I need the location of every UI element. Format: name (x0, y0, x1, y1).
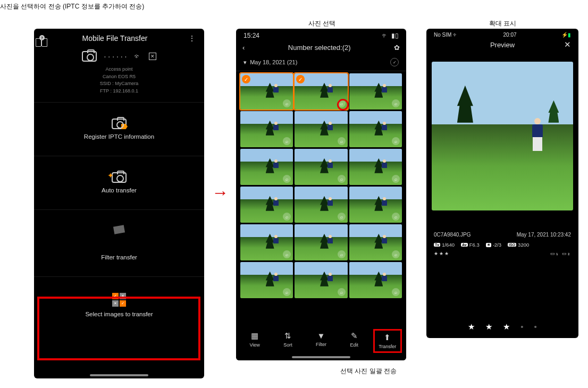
home-indicator (292, 356, 350, 358)
thumbnail[interactable]: ⌕ (240, 224, 293, 260)
screen-preview: No SIM ᯤ 20:07 ⚡▮ Preview ✕ ✓ 0C7A9840.J… (426, 29, 578, 338)
close-icon[interactable]: ✕ (564, 40, 571, 49)
tile-filter-transfer[interactable]: Filter transfer (34, 209, 204, 276)
carrier-label: No SIM (434, 32, 451, 38)
caption-p2: 사진 선택 (308, 19, 335, 28)
caption-main: 사진을 선택하여 전송 (IPTC 정보를 추가하여 전송) (0, 2, 144, 11)
bottom-toolbar: ▦View ⇅Sort ▼Filter ✎Edit ⬆Transfer (236, 325, 406, 360)
thumbnail[interactable]: ⌕ (349, 262, 402, 298)
caption-p2-bottom: 선택 사진 일괄 전송 (340, 367, 397, 376)
filter-funnel-icon (114, 226, 124, 250)
iso-value: 3200 (518, 242, 529, 248)
thumbnail[interactable]: ⌕ (349, 73, 402, 109)
view-button[interactable]: ▦View (240, 329, 269, 353)
highlight-box-select-images (37, 297, 200, 360)
chevron-down-icon[interactable]: ▾ (243, 59, 247, 65)
camera-tag-icon (112, 119, 127, 129)
camera-burst-icon: ✦ (112, 172, 127, 183)
status-time: 20:07 (503, 32, 517, 38)
card-icons: ▭₁ ▭₂ (550, 251, 571, 256)
star-empty-icon[interactable]: • (534, 322, 537, 332)
filename: 0C7A9840.JPG (434, 232, 471, 238)
rating-bar[interactable]: ★ ★ ★ • • (426, 322, 578, 332)
wifi-icon: ᯤ (453, 32, 458, 38)
edit-button[interactable]: ✎Edit (340, 329, 368, 353)
home-indicator (90, 374, 148, 376)
tile-iptc-label: Register IPTC information (34, 133, 204, 140)
sort-icon: ⇅ (284, 331, 291, 341)
edit-icon: ✎ (351, 331, 358, 341)
thumbnail[interactable]: ⌕ (295, 111, 347, 147)
battery-charging-icon: ⚡▮ (561, 32, 571, 38)
ftp-value: FTP : 192.168.0.1 (34, 88, 204, 95)
ssid-value: SSID : MyCamera (34, 80, 204, 88)
funnel-icon: ▼ (317, 331, 325, 340)
settings-icon[interactable]: ✿ (394, 44, 400, 52)
menu-icon[interactable]: ⋮ (188, 34, 197, 43)
thumbnail[interactable]: ✓⌕ (295, 73, 347, 109)
ev-value: -2/3 (493, 242, 501, 248)
date-group-label: May 18, 2021 (21) (250, 59, 297, 65)
thumbnail[interactable]: ⌕ (295, 262, 347, 298)
star-icon[interactable]: ★ (485, 322, 492, 332)
rating-stars-small: ★★★ (434, 251, 450, 256)
thumbnail[interactable]: ⌕ (349, 224, 402, 260)
arrow-icon: → (212, 183, 229, 203)
preview-title: Preview (490, 41, 515, 49)
caption-p3: 확대 표시 (489, 19, 516, 28)
thumbnail[interactable]: ⌕ (240, 149, 293, 185)
thumbnail[interactable]: ⌕ (349, 149, 402, 185)
thumbnail[interactable]: ⌕ (240, 111, 293, 147)
tile-auto-label: Auto transfer (34, 187, 204, 193)
wifi-icon: ᯤ (382, 32, 388, 39)
check-icon: ✓ (242, 75, 250, 83)
star-icon[interactable]: ★ (503, 322, 510, 332)
thumbnail[interactable]: ⌕ (240, 262, 293, 298)
connection-dots: · · · · · · (104, 52, 127, 61)
select-all-icon[interactable]: ✓ (390, 58, 399, 66)
camera-icon (82, 51, 97, 62)
thumbnail[interactable]: ⌕ (240, 187, 293, 223)
tile-register-iptc[interactable]: Register IPTC information (34, 102, 204, 156)
close-square-icon[interactable]: ✕ (149, 53, 156, 60)
battery-icon: ▮▯ (391, 32, 399, 39)
access-point-label: Access point (34, 66, 204, 73)
thumbnail[interactable]: ⌕ (349, 111, 402, 147)
highlight-circle-magnify (337, 99, 349, 111)
star-empty-icon[interactable]: • (520, 322, 523, 332)
back-icon[interactable]: ‹ (242, 44, 245, 52)
capture-datetime: May 17, 2021 10:23:42 (517, 232, 571, 238)
status-time: 15:24 (243, 32, 259, 39)
thumbnail[interactable]: ⌕ (295, 224, 347, 260)
transfer-button[interactable]: ⬆Transfer (373, 329, 402, 353)
magnify-icon[interactable]: ⌕ (392, 99, 400, 107)
screen-grid: 15:24 ᯤ▮▯ ‹ Number selected:(2) ✿ ▾ May … (236, 29, 406, 360)
tile-auto-transfer[interactable]: ✦ Auto transfer (34, 156, 204, 209)
upload-icon: ⬆ (384, 333, 391, 342)
sort-button[interactable]: ⇅Sort (274, 329, 303, 353)
thumbnail-grid: ✓⌕ ✓⌕ ⌕ ⌕ ⌕ ⌕ ⌕ ⌕ ⌕ ⌕ ⌕ ⌕ ⌕ ⌕ ⌕ ⌕ ⌕ ⌕ (236, 71, 406, 300)
selected-count: Number selected:(2) (288, 44, 351, 52)
star-icon[interactable]: ★ (468, 322, 475, 332)
tv-value: 1/640 (442, 242, 455, 248)
thumbnail[interactable]: ⌕ (295, 149, 347, 185)
magnify-icon[interactable]: ⌕ (283, 99, 291, 107)
wifi-icon: ᯤ (134, 52, 141, 61)
grid-icon: ▦ (251, 331, 258, 341)
preview-image[interactable] (432, 62, 573, 210)
thumbnail[interactable]: ⌕ (295, 187, 347, 223)
check-icon: ✓ (296, 75, 305, 83)
app-title: Mobile File Transfer (82, 34, 148, 43)
thumbnail[interactable]: ⌕ (349, 187, 402, 223)
camera-model: Canon EOS R5 (34, 73, 204, 81)
thumbnail[interactable]: ✓⌕ (240, 73, 293, 109)
tile-filter-label: Filter transfer (34, 254, 204, 260)
av-value: F6.3 (469, 242, 480, 248)
filter-button[interactable]: ▼Filter (307, 329, 335, 353)
